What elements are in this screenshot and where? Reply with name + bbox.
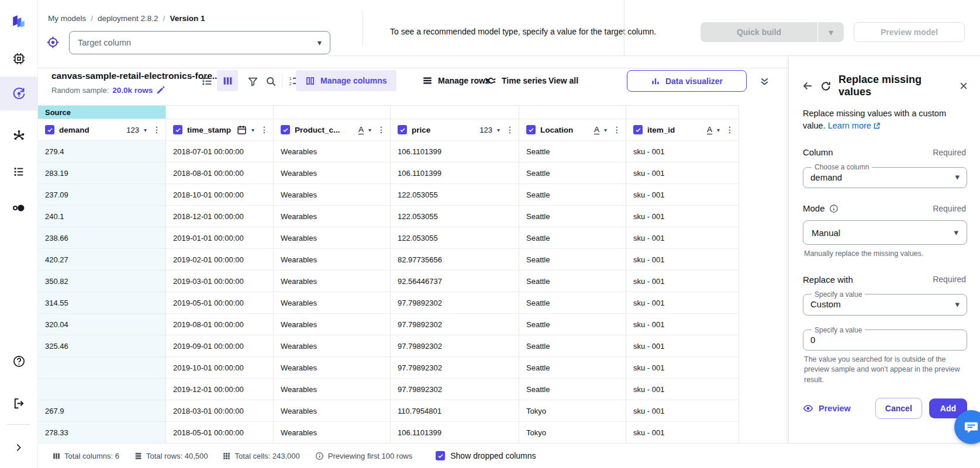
- table-cell[interactable]: sku - 001: [626, 162, 739, 184]
- sidebar-item-list[interactable]: [0, 159, 37, 185]
- column-header-price[interactable]: price123▾⋮: [391, 119, 519, 141]
- table-cell[interactable]: 2019-12-01 00:00:00: [166, 379, 274, 400]
- column-view-button[interactable]: [217, 70, 238, 91]
- sidebar-item-logout[interactable]: [0, 390, 37, 416]
- table-cell[interactable]: sku - 001: [626, 357, 739, 379]
- table-cell[interactable]: Wearables: [274, 292, 391, 314]
- table-cell[interactable]: 97.79892302: [391, 357, 519, 379]
- column-checkbox[interactable]: [281, 125, 290, 134]
- table-cell[interactable]: 320.04: [38, 314, 166, 335]
- table-cell[interactable]: 325.46: [38, 335, 166, 357]
- column-select[interactable]: Choose a column demand ▾: [803, 163, 967, 188]
- table-cell[interactable]: Wearables: [274, 249, 391, 271]
- column-menu-icon[interactable]: ⋮: [505, 125, 514, 134]
- table-cell[interactable]: Wearables: [274, 379, 391, 400]
- table-cell[interactable]: Seattle: [519, 206, 626, 227]
- column-menu-icon[interactable]: ⋮: [151, 125, 161, 134]
- table-cell[interactable]: 2018-03-01 00:00:00: [166, 400, 274, 422]
- show-dropped-checkbox[interactable]: [436, 451, 445, 460]
- chevron-down-icon[interactable]: ▾: [144, 127, 147, 133]
- table-cell[interactable]: 106.1101399: [391, 162, 519, 184]
- table-cell[interactable]: 122.053055: [391, 206, 519, 227]
- table-cell[interactable]: 2019-10-01 00:00:00: [166, 357, 274, 379]
- chevron-down-icon[interactable]: ▾: [604, 127, 607, 133]
- table-cell[interactable]: Wearables: [274, 141, 391, 162]
- table-cell[interactable]: 106.1101399: [391, 141, 519, 162]
- canvas-logo[interactable]: [0, 9, 37, 34]
- collapse-toolbar-button[interactable]: [758, 75, 771, 88]
- chevron-down-icon[interactable]: ▾: [497, 127, 500, 133]
- table-cell[interactable]: 97.79892302: [391, 292, 519, 314]
- search-button[interactable]: [264, 75, 277, 88]
- table-cell[interactable]: sku - 001: [626, 292, 739, 314]
- table-cell[interactable]: 97.79892302: [391, 379, 519, 400]
- chevron-down-icon[interactable]: ▾: [368, 127, 371, 133]
- column-header-demand[interactable]: demand123▾⋮: [38, 119, 166, 141]
- table-cell[interactable]: Seattle: [519, 357, 626, 379]
- manage-columns-button[interactable]: Manage columns: [296, 70, 396, 91]
- replace-with-select[interactable]: Specify a value Custom ▾: [803, 290, 967, 316]
- table-cell[interactable]: 82.97735656: [391, 249, 519, 271]
- view-all-button[interactable]: View all: [548, 70, 578, 91]
- table-cell[interactable]: 2018-08-01 00:00:00: [166, 162, 274, 184]
- table-cell[interactable]: sku - 001: [626, 335, 739, 357]
- table-cell[interactable]: Seattle: [519, 271, 626, 292]
- table-cell[interactable]: 2019-08-01 00:00:00: [166, 314, 274, 335]
- table-cell[interactable]: Wearables: [274, 271, 391, 292]
- table-cell[interactable]: 278.33: [38, 422, 166, 443]
- table-cell[interactable]: sku - 001: [626, 141, 739, 162]
- table-cell[interactable]: Seattle: [519, 314, 626, 335]
- custom-value-input[interactable]: [810, 335, 960, 345]
- table-cell[interactable]: 2018-07-01 00:00:00: [166, 141, 274, 162]
- table-cell[interactable]: Wearables: [274, 335, 391, 357]
- sidebar-item-automations[interactable]: [0, 123, 37, 148]
- table-cell[interactable]: Wearables: [274, 184, 391, 206]
- time-series-button[interactable]: Time series: [484, 70, 547, 91]
- mode-info-icon[interactable]: [829, 204, 838, 213]
- table-cell[interactable]: Seattle: [519, 379, 626, 400]
- column-header-time_stamp[interactable]: time_stamp▾⋮: [166, 119, 274, 141]
- preview-button[interactable]: Preview: [803, 403, 851, 414]
- table-cell[interactable]: sku - 001: [626, 422, 739, 443]
- manage-rows-button[interactable]: Manage rows: [422, 70, 490, 91]
- table-cell[interactable]: [38, 357, 166, 379]
- column-menu-icon[interactable]: ⋮: [612, 125, 621, 134]
- transform-refresh-icon[interactable]: [820, 81, 831, 92]
- table-cell[interactable]: 237.09: [38, 184, 166, 206]
- table-cell[interactable]: Wearables: [274, 357, 391, 379]
- table-cell[interactable]: 122.053055: [391, 227, 519, 249]
- table-cell[interactable]: sku - 001: [626, 379, 739, 400]
- sidebar-expand[interactable]: [0, 435, 37, 460]
- table-cell[interactable]: 283.19: [38, 162, 166, 184]
- table-cell[interactable]: 350.82: [38, 271, 166, 292]
- table-cell[interactable]: [38, 379, 166, 400]
- table-cell[interactable]: 2019-03-01 00:00:00: [166, 271, 274, 292]
- filter-button[interactable]: [246, 75, 259, 88]
- table-cell[interactable]: Wearables: [274, 314, 391, 335]
- table-cell[interactable]: Tokyo: [519, 422, 626, 443]
- table-cell[interactable]: 238.66: [38, 227, 166, 249]
- table-cell[interactable]: Wearables: [274, 227, 391, 249]
- column-checkbox[interactable]: [173, 125, 182, 134]
- table-cell[interactable]: sku - 001: [626, 400, 739, 422]
- table-cell[interactable]: 110.7954801: [391, 400, 519, 422]
- table-cell[interactable]: sku - 001: [626, 184, 739, 206]
- back-arrow-icon[interactable]: [802, 80, 813, 92]
- sidebar-item-help[interactable]: [0, 348, 37, 374]
- learn-more-link[interactable]: Learn more: [828, 121, 881, 130]
- quick-build-button[interactable]: Quick build: [701, 22, 817, 42]
- table-cell[interactable]: 2018-12-01 00:00:00: [166, 206, 274, 227]
- edit-pencil-icon[interactable]: [156, 85, 165, 95]
- table-cell[interactable]: 2019-02-01 00:00:00: [166, 249, 274, 271]
- mode-select[interactable]: Manual ▾: [803, 220, 967, 245]
- column-checkbox[interactable]: [633, 125, 643, 134]
- column-menu-icon[interactable]: ⋮: [259, 125, 268, 134]
- table-cell[interactable]: Wearables: [274, 400, 391, 422]
- sidebar-item-datasets[interactable]: [0, 195, 37, 221]
- sidebar-item-compute[interactable]: [0, 46, 37, 71]
- close-icon[interactable]: [959, 81, 968, 91]
- table-cell[interactable]: 2019-01-01 00:00:00: [166, 227, 274, 249]
- table-cell[interactable]: Seattle: [519, 184, 626, 206]
- table-cell[interactable]: sku - 001: [626, 206, 739, 227]
- show-dropped-columns-toggle[interactable]: Show dropped columns: [436, 451, 536, 460]
